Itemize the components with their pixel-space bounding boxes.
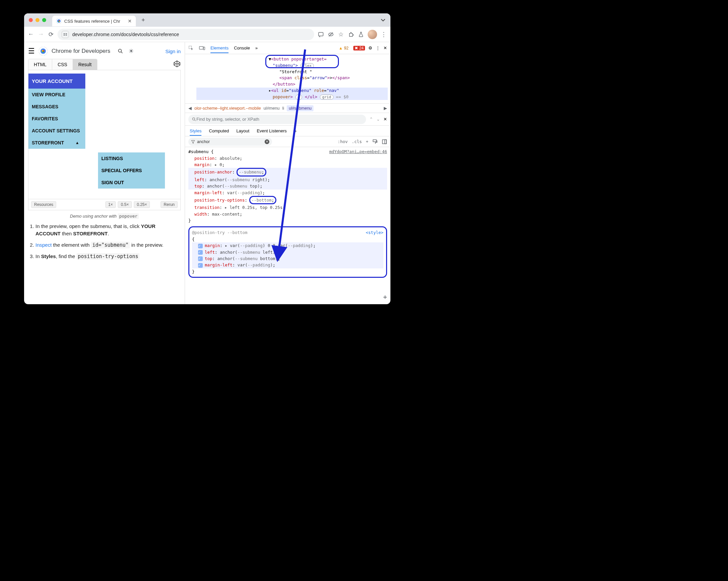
close-search-icon[interactable]: ✕	[383, 117, 387, 122]
search-input[interactable]: Find by string, selector, or XPath	[188, 115, 366, 124]
hov-toggle[interactable]: :hov	[338, 139, 347, 144]
bookmark-icon[interactable]: ☆	[338, 31, 344, 38]
cls-toggle[interactable]: .cls	[352, 139, 362, 144]
paint-icon[interactable]	[372, 139, 378, 144]
close-tab-icon[interactable]: ✕	[128, 18, 132, 24]
menu-item-label: STOREFRONT	[32, 140, 64, 145]
more-panes[interactable]: »	[294, 128, 296, 133]
codepen-icon	[173, 60, 181, 67]
instruction-step: In the preview, open the submenu, that i…	[35, 223, 181, 237]
zoom-05x[interactable]: 0.5×	[118, 201, 132, 208]
zoom-025x[interactable]: 0.25×	[134, 201, 150, 208]
svg-line-9	[121, 52, 123, 53]
svg-rect-12	[203, 47, 205, 50]
browser-tab[interactable]: CSS features reference | Chr ✕	[52, 16, 136, 26]
cast-icon[interactable]	[317, 31, 324, 38]
eye-off-icon[interactable]	[328, 31, 334, 38]
source-link[interactable]: mdYdpOM?ani…pe=embed:46	[329, 148, 387, 155]
zoom-1x[interactable]: 1×	[105, 201, 116, 208]
menu-item[interactable]: FAVORITES	[28, 113, 85, 125]
profile-avatar[interactable]	[368, 30, 377, 39]
browser-toolbar: ← → ⟳ developer.chrome.com/docs/devtools…	[24, 27, 390, 42]
errors-badge[interactable]: ✖ 24	[353, 46, 365, 51]
hamburger-menu[interactable]: ☰	[28, 47, 35, 55]
new-tab-button[interactable]: +	[138, 16, 148, 25]
reload-button[interactable]: ⟳	[48, 31, 54, 38]
add-rule-icon[interactable]: +	[366, 139, 368, 144]
styles-pane[interactable]: mdYdpOM?ani…pe=embed:46 #submenu { posit…	[185, 147, 390, 304]
toggle-declaration[interactable]	[198, 244, 203, 248]
site-title: Chrome for Developers	[52, 48, 110, 54]
more-icon[interactable]: ⋮	[376, 46, 380, 51]
more-tabs[interactable]: »	[255, 46, 258, 51]
submenu-item[interactable]: SIGN OUT	[98, 176, 165, 189]
address-bar[interactable]: developer.chrome.com/docs/devtools/css/r…	[57, 29, 314, 40]
sign-in-link[interactable]: Sign in	[165, 49, 181, 54]
computed-panel-icon[interactable]	[382, 139, 387, 144]
devtools-tabs: Elements Console » 92 ✖ 24 ⚙ ⋮ ✕	[185, 42, 390, 54]
caption-text: Demo using anchor with	[70, 214, 118, 219]
svg-rect-11	[200, 47, 203, 49]
tab-styles[interactable]: Styles	[190, 128, 201, 136]
warnings-badge[interactable]: 92	[337, 46, 349, 51]
inspect-icon[interactable]	[188, 46, 194, 51]
extensions-icon[interactable]	[347, 31, 354, 38]
tabs-overflow-button[interactable]	[379, 16, 388, 25]
menu-button[interactable]: ⋮	[381, 31, 387, 38]
toggle-declaration[interactable]	[198, 250, 203, 255]
filter-input[interactable]: anchor ✕	[188, 138, 272, 146]
maximize-window[interactable]	[42, 18, 46, 22]
toggle-declaration[interactable]	[198, 256, 203, 261]
resources-button[interactable]: Resources	[31, 201, 56, 208]
tab-result[interactable]: Result	[73, 59, 97, 70]
tab-strip: CSS features reference | Chr ✕ +	[24, 13, 390, 27]
menu-item[interactable]: ACCOUNT SETTINGS	[28, 125, 85, 137]
tab-console[interactable]: Console	[234, 46, 250, 51]
caption-code: popover	[118, 213, 139, 219]
minimize-window[interactable]	[35, 18, 40, 22]
close-devtools-icon[interactable]: ✕	[383, 46, 387, 51]
tab-computed[interactable]: Computed	[209, 128, 229, 133]
close-window[interactable]	[29, 18, 33, 22]
elements-tree[interactable]: ▼<button popovertarget= "submenu"> flex …	[185, 54, 390, 104]
breadcrumb[interactable]: ◀ olor-scheme--light.viewport.--mobile u…	[185, 104, 390, 113]
next-match-icon[interactable]: ⌄	[376, 117, 380, 122]
settings-icon[interactable]: ⚙	[368, 46, 372, 51]
annotation-box	[265, 55, 339, 68]
rerun-button[interactable]: Rerun	[161, 201, 178, 208]
tab-html[interactable]: HTML	[28, 59, 52, 70]
chrome-logo-icon	[39, 47, 48, 55]
svg-rect-0	[63, 33, 65, 34]
menu-item[interactable]: VIEW PROFILE	[28, 89, 85, 101]
filter-icon	[191, 140, 195, 144]
labs-icon[interactable]	[358, 31, 364, 38]
add-style-icon[interactable]: +	[383, 292, 387, 302]
back-button[interactable]: ←	[27, 31, 34, 38]
search-icon[interactable]	[117, 48, 124, 54]
site-info-icon[interactable]	[61, 31, 69, 38]
forward-button[interactable]: →	[37, 31, 44, 38]
prev-match-icon[interactable]: ⌃	[369, 117, 373, 122]
submenu-item[interactable]: SPECIAL OFFERS	[98, 164, 165, 176]
menu-item-storefront[interactable]: STOREFRONT ▲	[28, 137, 85, 149]
window-controls	[27, 18, 50, 22]
toggle-declaration[interactable]	[198, 263, 203, 268]
styles-pane-tabs: Styles Computed Layout Event Listeners »	[185, 126, 390, 136]
tab-css[interactable]: CSS	[52, 59, 73, 70]
tab-event-listeners[interactable]: Event Listeners	[257, 128, 287, 133]
svg-rect-16	[382, 140, 386, 144]
submenu-item[interactable]: LISTINGS	[98, 153, 165, 164]
codepen-link[interactable]	[173, 60, 181, 69]
tab-elements[interactable]: Elements	[210, 46, 229, 53]
theme-toggle-icon[interactable]: ☀	[128, 48, 134, 54]
device-toggle-icon[interactable]	[199, 46, 205, 51]
menu-item[interactable]: MESSAGES	[28, 101, 85, 113]
clear-filter-icon[interactable]: ✕	[265, 139, 269, 144]
grid-badge[interactable]: grid	[320, 94, 334, 100]
source-link-style[interactable]: <style>	[366, 229, 383, 236]
tab-layout[interactable]: Layout	[236, 128, 249, 133]
svg-line-14	[195, 120, 196, 121]
demo-submenu: LISTINGS SPECIAL OFFERS SIGN OUT	[98, 153, 165, 189]
menu-header[interactable]: YOUR ACCOUNT	[28, 74, 85, 89]
inspect-link[interactable]: Inspect	[35, 242, 52, 248]
